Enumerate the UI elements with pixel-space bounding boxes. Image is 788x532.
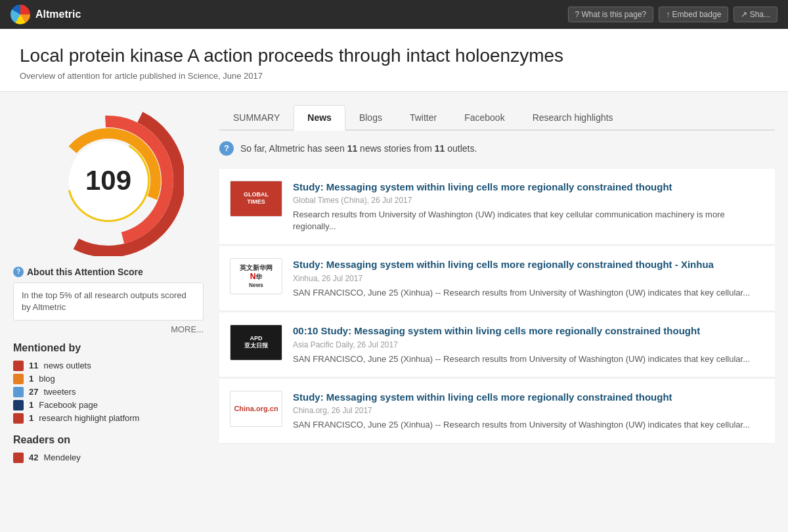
news-headline[interactable]: Study: Messaging system within living ce… — [293, 258, 764, 271]
attention-info-icon[interactable]: ? — [13, 267, 24, 277]
news-info-bar: ? So far, Altmetric has seen 11 news sto… — [219, 141, 775, 156]
content-area: SUMMARYNewsBlogsTwitterFacebookResearch … — [219, 105, 775, 466]
altmetric-logo-icon — [11, 5, 30, 24]
mention-row: 27 tweeters — [13, 387, 204, 397]
mention-dot — [13, 400, 24, 410]
attention-title-text: About this Attention Score — [27, 267, 143, 277]
mention-count: 1 — [29, 400, 33, 410]
reader-dot — [13, 453, 24, 463]
mention-count: 11 — [29, 361, 38, 370]
tab-research-highlights[interactable]: Research highlights — [519, 105, 627, 129]
news-logo-image: APD亚太日报 — [230, 324, 282, 361]
topnav: Altmetric ? What is this page? ↑ Embed b… — [0, 0, 788, 29]
news-body: 00:10 Study: Messaging system within liv… — [293, 324, 764, 365]
news-headline[interactable]: Study: Messaging system within living ce… — [293, 181, 764, 194]
news-excerpt: SAN FRANCISCO, June 25 (Xinhua) -- Resea… — [293, 353, 764, 365]
mention-label: research highlight platform — [39, 413, 139, 423]
reader-label: Mendeley — [43, 453, 80, 462]
mentioned-by-title: Mentioned by — [13, 342, 204, 354]
what-is-this-button[interactable]: ? What is this page? — [568, 7, 654, 22]
attention-box: In the top 5% of all research outputs sc… — [13, 282, 204, 321]
news-item: GLOBALTIMES Study: Messaging system with… — [219, 169, 775, 246]
news-body: Study: Messaging system within living ce… — [293, 391, 764, 432]
tab-twitter[interactable]: Twitter — [396, 105, 450, 129]
news-excerpt: Research results from University of Wash… — [293, 209, 764, 233]
embed-badge-button[interactable]: ↑ Embed badge — [659, 7, 728, 22]
readers-list: 42 Mendeley — [13, 453, 204, 463]
reader-count: 42 — [29, 453, 38, 462]
share-button[interactable]: ↗ Sha... — [733, 7, 777, 22]
mention-label: blog — [39, 374, 55, 384]
brand-name: Altmetric — [35, 9, 81, 20]
mention-row: 1 Facebook page — [13, 400, 204, 410]
news-headline[interactable]: 00:10 Study: Messaging system within liv… — [293, 324, 764, 338]
tab-facebook[interactable]: Facebook — [450, 105, 518, 129]
attention-section: ? About this Attention Score In the top … — [13, 267, 204, 334]
readers-on-title: Readers on — [13, 434, 204, 446]
news-source: Asia Pacific Daily, 26 Jul 2017 — [293, 340, 764, 349]
page-header: Local protein kinase A action proceeds t… — [0, 29, 788, 92]
news-source: China.org, 26 Jul 2017 — [293, 406, 764, 415]
topnav-actions: ? What is this page? ↑ Embed badge ↗ Sha… — [568, 7, 777, 22]
tab-blogs[interactable]: Blogs — [345, 105, 396, 129]
mentioned-by-section: Mentioned by 11 news outlets 1 blog 27 t… — [13, 342, 204, 424]
news-info-icon[interactable]: ? — [219, 141, 234, 156]
more-link[interactable]: MORE... — [13, 324, 204, 334]
mention-dot — [13, 387, 24, 397]
news-logo-image: GLOBALTIMES — [230, 181, 282, 217]
news-logo-image: China.org.cn — [230, 391, 282, 427]
readers-on-section: Readers on 42 Mendeley — [13, 434, 204, 463]
mention-count: 27 — [29, 387, 38, 397]
mention-count: 1 — [29, 413, 33, 423]
news-list: GLOBALTIMES Study: Messaging system with… — [219, 169, 775, 445]
brand-area: Altmetric — [11, 5, 81, 24]
tab-summary[interactable]: SUMMARY — [219, 105, 294, 129]
reader-row: 42 Mendeley — [13, 453, 204, 463]
news-body: Study: Messaging system within living ce… — [293, 258, 764, 299]
mention-row: 1 research highlight platform — [13, 413, 204, 424]
score-ring: 109 — [33, 105, 184, 256]
news-item: APD亚太日报 00:10 Study: Messaging system wi… — [219, 313, 775, 378]
news-info-text: So far, Altmetric has seen 11 news stori… — [240, 143, 477, 154]
tabs-bar: SUMMARYNewsBlogsTwitterFacebookResearch … — [219, 105, 775, 131]
news-excerpt: SAN FRANCISCO, June 25 (Xinhua) -- Resea… — [293, 287, 764, 299]
mention-row: 11 news outlets — [13, 361, 204, 371]
score-value: 109 — [85, 165, 131, 196]
tab-news[interactable]: News — [294, 105, 345, 131]
news-headline[interactable]: Study: Messaging system within living ce… — [293, 391, 764, 404]
main-layout: 109 ? About this Attention Score In the … — [0, 92, 788, 466]
news-source: Global Times (China), 26 Jul 2017 — [293, 196, 764, 205]
mention-list: 11 news outlets 1 blog 27 tweeters 1 Fac… — [13, 361, 204, 424]
news-excerpt: SAN FRANCISCO, June 25 (Xinhua) -- Resea… — [293, 419, 764, 431]
mention-count: 1 — [29, 374, 33, 384]
attention-description: In the top 5% of all research outputs sc… — [22, 290, 186, 312]
mention-row: 1 blog — [13, 374, 204, 384]
sidebar: 109 ? About this Attention Score In the … — [13, 105, 204, 466]
news-item: China.org.cn Study: Messaging system wit… — [219, 379, 775, 444]
mention-dot — [13, 374, 24, 384]
mention-label: Facebook page — [39, 400, 98, 410]
mention-label: tweeters — [43, 387, 76, 397]
mention-dot — [13, 361, 24, 371]
news-item: 英文新华网N华News Study: Messaging system with… — [219, 246, 775, 311]
score-circle-container: 109 — [13, 105, 204, 256]
news-body: Study: Messaging system within living ce… — [293, 181, 764, 233]
page-title: Local protein kinase A action proceeds t… — [20, 45, 768, 67]
news-source: Xinhua, 26 Jul 2017 — [293, 274, 764, 283]
page-subtitle: Overview of attention for article publis… — [20, 71, 768, 81]
mention-dot — [13, 413, 24, 424]
mention-label: news outlets — [43, 361, 91, 370]
news-logo-image: 英文新华网N华News — [230, 258, 282, 294]
attention-title: ? About this Attention Score — [13, 267, 204, 277]
